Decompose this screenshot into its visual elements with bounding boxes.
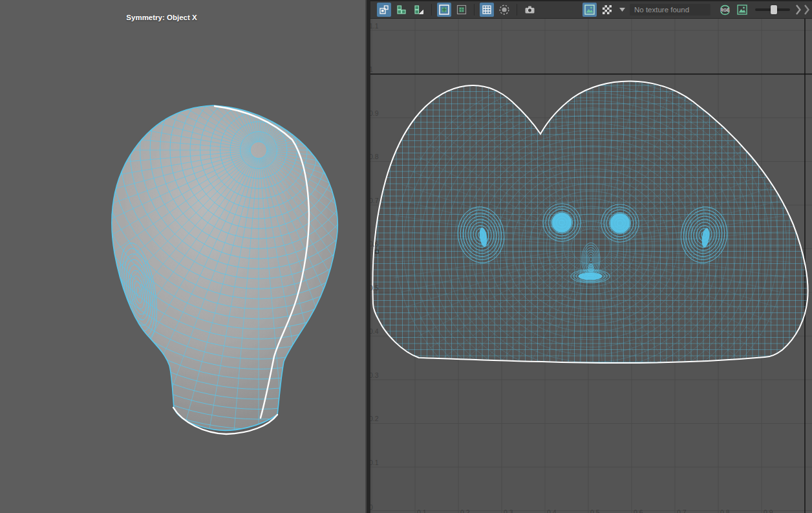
select-shells-button[interactable]	[412, 3, 426, 17]
tile-layout-button[interactable]	[377, 3, 391, 17]
uv-snapshot-button[interactable]	[522, 3, 537, 17]
uv-toolbar: No texture found RGB	[370, 0, 812, 19]
uv-canvas[interactable]: 1.1 1 0.9 0.8 0.7 0.6 0.5 0.4 0.3 0.2 0.…	[370, 19, 812, 513]
display-image-button[interactable]	[582, 3, 597, 17]
isolate-select-button[interactable]	[497, 3, 511, 17]
viewport-3d[interactable]: Symmetry: Object X	[0, 0, 365, 513]
expand-panel-chevron-icon[interactable]	[796, 5, 801, 15]
image-dim-slider[interactable]	[755, 5, 790, 14]
checker-map-button[interactable]	[600, 3, 614, 17]
frame-all-button[interactable]	[437, 3, 451, 17]
texture-dropdown-caret[interactable]	[617, 3, 626, 17]
toolbar-separator	[517, 4, 517, 16]
display-unfiltered-button[interactable]	[735, 3, 749, 17]
expand-panel-chevron-icon[interactable]	[804, 5, 809, 15]
symmetry-status: Symmetry: Object X	[126, 14, 197, 21]
slider-handle[interactable]	[771, 5, 777, 14]
layout-shells-button[interactable]	[394, 3, 409, 17]
toolbar-separator	[474, 4, 475, 16]
grid-button[interactable]	[480, 3, 494, 17]
uv-shell-wireframe	[370, 66, 812, 427]
uv-editor-panel: No texture found RGB	[370, 0, 812, 513]
toolbar-separator	[431, 4, 432, 16]
panel-divider[interactable]	[365, 0, 370, 513]
svg-text:RGB: RGB	[720, 8, 730, 12]
texture-name-field[interactable]: No texture found	[630, 4, 710, 16]
head-model[interactable]	[0, 0, 365, 513]
uv-editor-handle[interactable]	[375, 250, 379, 254]
frame-selection-button[interactable]	[454, 3, 469, 17]
maya-uv-editing-workspace: Symmetry: Object X	[0, 0, 812, 513]
uv-grid-view[interactable]	[370, 19, 812, 513]
rgb-channels-button[interactable]: RGB	[718, 3, 732, 17]
